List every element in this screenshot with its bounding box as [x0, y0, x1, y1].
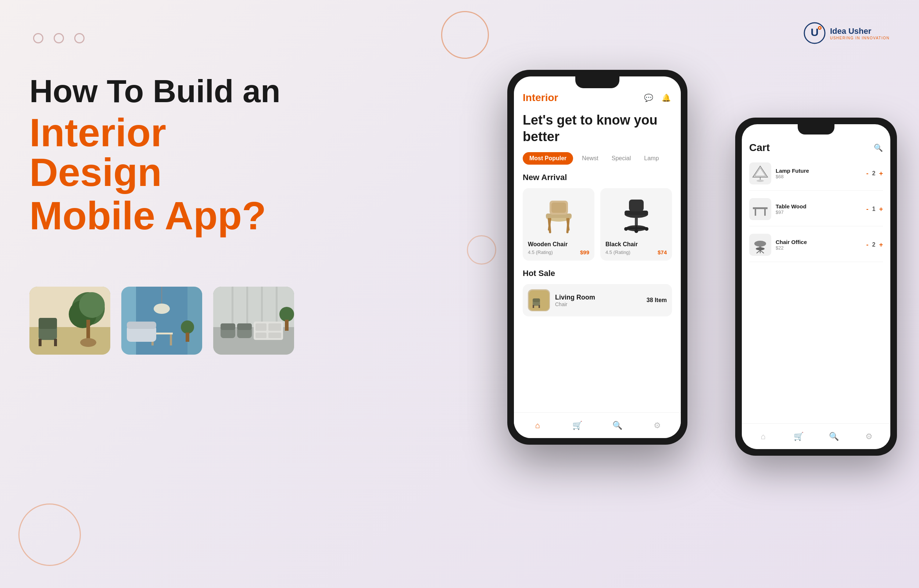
- chair-office-plus[interactable]: +: [879, 241, 883, 249]
- black-chair-price: $74: [657, 249, 667, 255]
- svg-point-20: [153, 304, 170, 314]
- svg-rect-36: [268, 323, 281, 331]
- svg-rect-25: [127, 321, 156, 329]
- svg-rect-37: [255, 333, 266, 338]
- back-nav-cart[interactable]: 🛒: [793, 431, 804, 443]
- photo-grid: [29, 287, 294, 355]
- back-nav-search[interactable]: 🔍: [828, 431, 840, 443]
- left-section: How To Build an Interior Design Mobile A…: [29, 73, 287, 239]
- table-plus[interactable]: +: [879, 205, 883, 213]
- svg-point-26: [181, 320, 194, 334]
- chair-office-name: Chair Office: [776, 239, 862, 245]
- table-minus[interactable]: -: [866, 205, 869, 213]
- lamp-future-price: $68: [776, 174, 862, 179]
- front-phone-bottom-nav: ⌂ 🛒 🔍 ⚙: [514, 412, 681, 438]
- product-black-chair[interactable]: Black Chair 4.5 (Rating) $74: [600, 188, 672, 260]
- svg-rect-40: [221, 323, 235, 330]
- svg-line-56: [760, 250, 764, 253]
- hot-sale-living-room[interactable]: Living Room Chair 38 Item: [523, 284, 672, 317]
- front-nav-search[interactable]: 🔍: [611, 420, 623, 431]
- lamp-count: 2: [872, 170, 875, 177]
- phone-front: Interior 💬 🔔 Let's get to know you bette…: [507, 70, 687, 445]
- wooden-chair-name: Wooden Chair: [528, 241, 589, 248]
- back-phone-bottom-nav: ⌂ 🛒 🔍 ⚙: [742, 423, 890, 449]
- chair-office-info: Chair Office $22: [776, 239, 862, 250]
- headline-line3: Mobile App?: [29, 196, 287, 236]
- greeting-text: Let's get to know you better: [523, 112, 672, 145]
- tab-lamp[interactable]: Lamp: [640, 152, 663, 165]
- svg-rect-12: [39, 318, 57, 329]
- lamp-minus[interactable]: -: [866, 170, 869, 178]
- cart-screen: Cart 🔍 Lamp Fut: [742, 124, 890, 449]
- cart-title: Cart: [749, 142, 770, 153]
- cart-item-lamp: Lamp Future $68 - 2 +: [749, 162, 883, 191]
- svg-rect-32: [261, 287, 263, 327]
- svg-rect-30: [232, 287, 233, 327]
- living-room-name: Living Room: [555, 294, 641, 301]
- svg-point-73: [624, 227, 628, 231]
- headline-line1: How To Build an: [29, 73, 287, 109]
- table-wood-name: Table Wood: [776, 203, 862, 210]
- table-qty: - 1 +: [866, 205, 883, 213]
- app-header: Interior 💬 🔔: [523, 92, 672, 103]
- back-nav-settings[interactable]: ⚙: [863, 431, 875, 443]
- chair-office-price: $22: [776, 245, 862, 250]
- table-wood-info: Table Wood $97: [776, 203, 862, 215]
- headline-line2: Interior Design: [29, 113, 287, 192]
- svg-line-55: [756, 250, 760, 253]
- svg-point-3: [819, 27, 820, 29]
- svg-rect-14: [54, 339, 57, 346]
- product-wooden-chair[interactable]: Wooden Chair 4.5 (Rating) $99: [523, 188, 594, 260]
- svg-marker-17: [121, 287, 136, 355]
- photo-1: [29, 287, 110, 355]
- table-count: 1: [872, 206, 875, 212]
- lamp-plus[interactable]: +: [879, 170, 883, 178]
- chair-office-minus[interactable]: -: [866, 241, 869, 249]
- svg-rect-80: [539, 305, 540, 308]
- front-nav-settings[interactable]: ⚙: [651, 420, 663, 431]
- wooden-chair-svg: [540, 195, 577, 236]
- interior-screen: Interior 💬 🔔 Let's get to know you bette…: [514, 76, 681, 438]
- hot-sale-title: Hot Sale: [523, 269, 672, 278]
- svg-rect-33: [276, 287, 278, 327]
- front-phone-notch: [575, 76, 619, 88]
- back-nav-home[interactable]: ⌂: [757, 431, 769, 443]
- tab-most-popular[interactable]: Most Populer: [523, 152, 573, 165]
- svg-rect-51: [764, 209, 766, 216]
- chat-icon[interactable]: 💬: [643, 92, 654, 103]
- tab-newest[interactable]: Newst: [578, 152, 602, 165]
- living-room-sub: Chair: [555, 301, 641, 307]
- new-arrival-title: New Arrival: [523, 173, 672, 182]
- svg-rect-49: [753, 207, 767, 209]
- dot-1: [33, 33, 44, 44]
- search-icon[interactable]: 🔍: [874, 143, 883, 152]
- cart-item-chair-office: Chair Office $22 - 2 +: [749, 234, 883, 262]
- wooden-chair-img-area: [528, 193, 589, 237]
- bell-icon[interactable]: 🔔: [660, 92, 672, 103]
- svg-rect-50: [755, 209, 756, 216]
- svg-rect-31: [246, 287, 248, 327]
- living-room-count: 38 Item: [647, 297, 667, 304]
- lamp-qty: - 2 +: [866, 170, 883, 178]
- front-nav-home[interactable]: ⌂: [531, 420, 543, 431]
- svg-point-54: [756, 247, 765, 250]
- svg-rect-44: [285, 320, 289, 331]
- svg-point-48: [756, 180, 764, 182]
- lamp-future-info: Lamp Future $68: [776, 168, 862, 179]
- lamp-future-image: [749, 162, 771, 184]
- wooden-chair-meta: 4.5 (Rating) $99: [528, 249, 589, 255]
- tab-special[interactable]: Special: [607, 152, 635, 165]
- table-wood-price: $97: [776, 210, 862, 215]
- photo-2: [121, 287, 202, 355]
- phones-area: Cart 🔍 Lamp Fut: [460, 37, 919, 551]
- logo-usher: Usher: [848, 26, 871, 36]
- svg-point-43: [279, 307, 294, 321]
- front-nav-cart[interactable]: 🛒: [572, 420, 583, 431]
- dot-2: [54, 33, 64, 44]
- cart-content: Cart 🔍 Lamp Fut: [742, 140, 890, 262]
- svg-rect-78: [533, 299, 540, 302]
- svg-rect-13: [39, 339, 42, 346]
- black-chair-svg: [618, 195, 655, 236]
- living-room-img: [528, 289, 550, 311]
- svg-rect-29: [213, 287, 294, 327]
